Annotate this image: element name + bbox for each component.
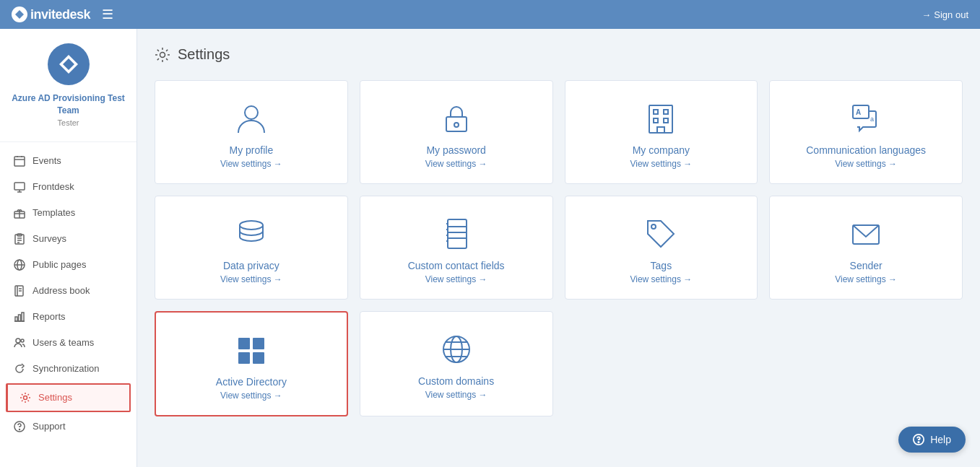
svg-rect-39 — [664, 118, 668, 123]
signout-label: Sign out — [934, 9, 968, 20]
card-link: View settings → — [220, 274, 282, 284]
sidebar-item-label: Address book — [32, 285, 90, 296]
svg-rect-38 — [654, 118, 658, 123]
page-title: Settings — [178, 46, 230, 63]
card-active-directory[interactable]: Active Directory View settings → — [155, 311, 348, 416]
card-sender[interactable]: Sender View settings → — [769, 196, 963, 300]
page-header: Settings — [155, 46, 963, 63]
card-title: Active Directory — [216, 376, 287, 388]
sidebar-item-label: Public pages — [32, 259, 86, 270]
sidebar-item-label: Frontdesk — [32, 181, 74, 192]
sidebar-item-reports[interactable]: Reports — [0, 304, 136, 330]
sidebar-item-events[interactable]: Events — [0, 148, 136, 174]
sidebar-item-surveys[interactable]: Surveys — [0, 226, 136, 252]
card-title: My company — [633, 144, 690, 156]
gear-icon — [19, 392, 31, 403]
svg-rect-57 — [253, 338, 264, 349]
sidebar-item-templates[interactable]: Templates — [0, 200, 136, 226]
svg-point-28 — [24, 396, 27, 399]
svg-rect-59 — [253, 352, 264, 364]
card-link: View settings → — [425, 159, 487, 169]
tag-icon — [643, 217, 678, 251]
settings-grid: My profile View settings → My password V… — [155, 80, 963, 416]
book-icon — [14, 285, 25, 297]
users-icon — [14, 337, 25, 349]
card-title: Data privacy — [223, 260, 279, 271]
card-title: Custom domains — [418, 375, 494, 387]
windows-icon — [234, 333, 269, 367]
main-content: Settings My profile View settings → M — [137, 29, 980, 467]
card-link: View settings → — [835, 274, 897, 284]
card-custom-domains[interactable]: Custom domains View settings → — [360, 311, 553, 416]
card-title: My password — [426, 144, 485, 156]
clipboard-icon — [14, 233, 25, 245]
sidebar-item-support[interactable]: Support — [0, 414, 136, 440]
org-name: Azure AD Provisioning Test Team — [12, 92, 125, 117]
globe-solid-icon — [439, 332, 474, 367]
card-my-company[interactable]: My company View settings → — [565, 80, 758, 184]
sidebar-profile: Azure AD Provisioning Test Team Tester — [0, 29, 136, 142]
hamburger-menu[interactable]: ☰ — [102, 6, 113, 22]
svg-point-26 — [16, 339, 20, 343]
svg-rect-0 — [14, 157, 25, 166]
sidebar-item-label: Templates — [32, 207, 75, 218]
card-title: My profile — [230, 144, 274, 156]
sync-icon — [14, 363, 25, 375]
help-label: Help — [930, 434, 951, 445]
card-custom-contact-fields[interactable]: Custom contact fields View settings → — [360, 196, 553, 300]
svg-point-31 — [160, 52, 165, 57]
sidebar-item-label: Support — [32, 421, 66, 432]
svg-rect-37 — [664, 110, 668, 114]
language-icon: A a — [849, 101, 883, 136]
sidebar: Azure AD Provisioning Test Team Tester E… — [0, 29, 137, 467]
building-icon — [643, 101, 678, 136]
sidebar-item-label: Synchronization — [32, 363, 100, 374]
notebook-icon — [439, 217, 474, 251]
card-link: View settings → — [630, 159, 692, 169]
help-button[interactable]: Help — [898, 427, 966, 453]
svg-rect-36 — [654, 110, 658, 114]
svg-point-27 — [21, 339, 24, 342]
logo-icon — [12, 6, 27, 22]
card-title: Tags — [651, 260, 672, 271]
svg-rect-56 — [238, 338, 250, 349]
lock-icon — [439, 101, 474, 136]
envelope-icon — [849, 217, 883, 251]
signout-button[interactable]: → Sign out — [922, 9, 968, 20]
svg-rect-35 — [649, 105, 672, 133]
card-my-password[interactable]: My password View settings → — [360, 80, 553, 184]
svg-text:A: A — [856, 108, 861, 116]
calendar-icon — [14, 155, 25, 167]
logo-text: invitedesk — [30, 7, 90, 22]
card-tags[interactable]: Tags View settings → — [565, 196, 758, 300]
svg-rect-58 — [238, 352, 250, 364]
card-data-privacy[interactable]: Data privacy View settings → — [155, 196, 348, 300]
svg-point-32 — [245, 106, 258, 119]
svg-rect-33 — [446, 117, 467, 131]
topbar-left: invitedesk ☰ — [12, 6, 113, 22]
card-my-profile[interactable]: My profile View settings → — [155, 80, 348, 184]
settings-header-icon — [155, 47, 170, 63]
monitor-icon — [14, 181, 25, 193]
signout-icon: → — [922, 9, 931, 20]
globe-icon — [14, 259, 25, 271]
svg-point-64 — [918, 442, 919, 442]
card-communication-languages[interactable]: A a Communication languages View setting… — [769, 80, 963, 184]
svg-point-45 — [240, 221, 263, 230]
card-title: Sender — [850, 260, 883, 271]
card-link: View settings → — [835, 159, 897, 169]
svg-rect-40 — [657, 127, 664, 133]
bar-chart-icon — [14, 311, 25, 323]
person-icon — [234, 101, 269, 136]
svg-point-34 — [454, 123, 459, 127]
sidebar-item-synchronization[interactable]: Synchronization — [0, 356, 136, 382]
sidebar-item-settings[interactable]: Settings — [6, 383, 131, 412]
svg-point-54 — [651, 224, 656, 229]
card-link: View settings → — [220, 159, 282, 169]
sidebar-item-label: Users & teams — [32, 337, 94, 348]
sidebar-item-users-teams[interactable]: Users & teams — [0, 330, 136, 356]
sidebar-item-address-book[interactable]: Address book — [0, 278, 136, 304]
logo-svg — [14, 9, 25, 19]
sidebar-item-frontdesk[interactable]: Frontdesk — [0, 174, 136, 200]
sidebar-item-public-pages[interactable]: Public pages — [0, 252, 136, 278]
